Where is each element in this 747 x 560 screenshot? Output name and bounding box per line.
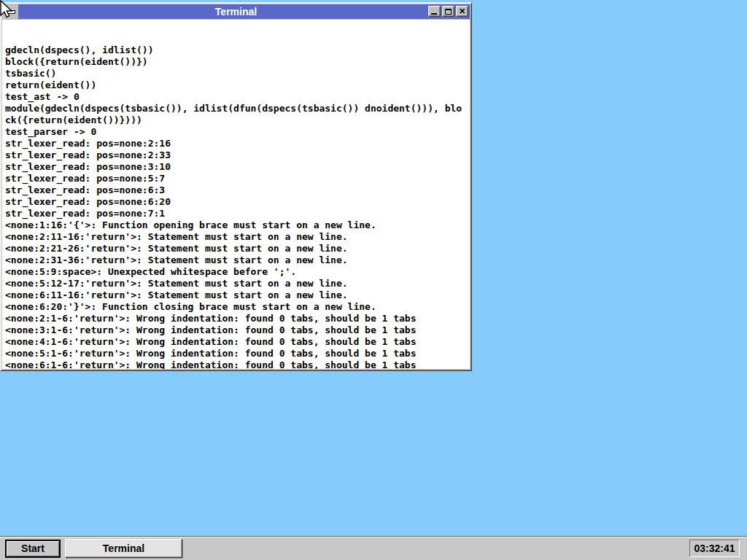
- terminal-line: <none:3:1-6:'return'>: Wrong indentation…: [5, 324, 470, 336]
- taskbar: Start Terminal 03:32:41: [0, 536, 747, 560]
- terminal-line: gdecln(dspecs(), idlist()): [5, 44, 470, 56]
- start-button[interactable]: Start: [5, 540, 61, 558]
- taskbar-item-terminal[interactable]: Terminal: [65, 539, 182, 558]
- terminal-line: test_parser -> 0: [5, 126, 470, 138]
- terminal-line: <none:2:1-6:'return'>: Wrong indentation…: [5, 313, 470, 324]
- terminal-line: return(eident()): [5, 79, 470, 91]
- terminal-line: str_lexer_read: pos=none:3:10: [5, 161, 470, 173]
- terminal-line: <none:1:16:'{'>: Function opening brace …: [5, 219, 470, 231]
- terminal-line: <none:5:1-6:'return'>: Wrong indentation…: [5, 348, 470, 359]
- terminal-window: Terminal ✕ gdecln(dspecs(), idlist())blo…: [0, 2, 472, 371]
- minimize-icon: [431, 13, 437, 15]
- terminal-line: block({return(eident())}): [5, 56, 470, 68]
- close-icon: ✕: [459, 7, 465, 15]
- minimize-button[interactable]: [428, 6, 441, 17]
- taskbar-clock: 03:32:41: [689, 540, 740, 557]
- terminal-line: <none:4:1-6:'return'>: Wrong indentation…: [5, 336, 470, 348]
- start-button-label: Start: [21, 542, 44, 554]
- terminal-line: str_lexer_read: pos=none:6:20: [5, 196, 470, 208]
- terminal-line: <none:6:11-16:'return'>: Statement must …: [5, 289, 470, 301]
- maximize-button[interactable]: [442, 6, 454, 17]
- terminal-line: str_lexer_read: pos=none:5:7: [5, 173, 470, 184]
- terminal-line: <none:2:31-36:'return'>: Statement must …: [5, 254, 470, 266]
- terminal-line: <none:5:12-17:'return'>: Statement must …: [5, 278, 470, 289]
- terminal-line: str_lexer_read: pos=none:2:33: [5, 149, 470, 161]
- desktop[interactable]: { "colors": { "desktop": "#85CBFC", "tit…: [0, 0, 747, 560]
- terminal-lines: gdecln(dspecs(), idlist())block({return(…: [5, 44, 470, 369]
- clock-text: 03:32:41: [694, 542, 735, 554]
- maximize-icon: [445, 9, 452, 15]
- window-title: Terminal: [2, 4, 470, 19]
- terminal-line: <none:2:21-26:'return'>: Statement must …: [5, 243, 470, 254]
- terminal-line: <none:5:9:space>: Unexpected whitespace …: [5, 266, 470, 278]
- terminal-line: str_lexer_read: pos=none:6:3: [5, 184, 470, 196]
- terminal-line: module(gdecln(dspecs(tsbasic()), idlist(…: [5, 103, 470, 114]
- taskbar-item-label: Terminal: [103, 542, 144, 554]
- terminal-output[interactable]: gdecln(dspecs(), idlist())block({return(…: [2, 20, 470, 369]
- terminal-line: str_lexer_read: pos=none:2:16: [5, 138, 470, 149]
- terminal-line: ck({return(eident())}))): [5, 114, 470, 126]
- terminal-line: <none:6:20:'}'>: Function closing brace …: [5, 301, 470, 313]
- close-button[interactable]: ✕: [456, 6, 468, 17]
- terminal-line: test_ast -> 0: [5, 91, 470, 103]
- titlebar-buttons: ✕: [428, 6, 468, 17]
- terminal-line: tsbasic(): [5, 68, 470, 79]
- window-titlebar[interactable]: Terminal ✕: [2, 4, 470, 19]
- terminal-line: <none:2:11-16:'return'>: Statement must …: [5, 231, 470, 243]
- terminal-line: str_lexer_read: pos=none:7:1: [5, 208, 470, 219]
- terminal-line: <none:6:1-6:'return'>: Wrong indentation…: [5, 359, 470, 369]
